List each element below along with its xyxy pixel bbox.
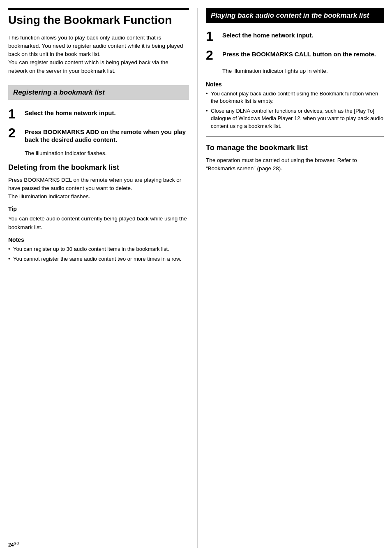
register-section-title: Registering a bookmark list xyxy=(13,88,105,96)
deleting-section-title: Deleting from the bookmark list xyxy=(8,163,189,172)
intro-text: This function allows you to play back on… xyxy=(8,34,189,75)
right-column: Playing back audio content in the bookma… xyxy=(197,8,384,548)
playback-section-title: Playing back audio content in the bookma… xyxy=(211,12,369,19)
playback-step1-number: 1 xyxy=(206,30,218,43)
playback-section-box: Playing back audio content in the bookma… xyxy=(206,8,384,23)
tip-text: You can delete audio content currently b… xyxy=(8,215,189,232)
playback-step2-number: 2 xyxy=(206,49,218,62)
right-note-item-1: You cannot play back audio content using… xyxy=(206,90,384,105)
playback-step2-text: Press the BOOKMARKS CALL button on the r… xyxy=(222,49,376,58)
notes-list-right: You cannot play back audio content using… xyxy=(206,90,384,130)
tip-heading: Tip xyxy=(8,206,189,212)
main-title: Using the Bookmark Function xyxy=(8,13,189,27)
register-step1-text: Select the home network input. xyxy=(25,107,116,117)
manage-body-text: The operation must be carried out using … xyxy=(206,156,384,173)
page-number: 24GB xyxy=(8,541,19,548)
playback-step1-text: Select the home network input. xyxy=(222,30,314,39)
register-step2-description: The illumination indicator flashes. xyxy=(25,150,189,158)
manage-section-title: To manage the bookmark list xyxy=(206,144,384,152)
note-item-2: You cannot register the same audio conte… xyxy=(8,255,189,263)
notes-list-left: You can register up to 30 audio content … xyxy=(8,246,189,263)
register-step2-text: Press BOOKMARKS ADD on the remote when y… xyxy=(25,126,189,144)
notes-heading-right: Notes xyxy=(206,81,384,88)
left-column: Using the Bookmark Function This functio… xyxy=(8,8,197,548)
register-section-box: Registering a bookmark list xyxy=(8,85,189,100)
playback-step1: 1 Select the home network input. xyxy=(206,30,384,43)
register-step1-number: 1 xyxy=(8,107,21,120)
right-note-item-2: Close any DLNA controller functions or d… xyxy=(206,107,384,130)
title-top-bar xyxy=(8,8,189,10)
section-divider xyxy=(206,137,384,137)
notes-heading-left: Notes xyxy=(8,236,189,243)
register-step2-number: 2 xyxy=(8,126,21,139)
register-step2: 2 Press BOOKMARKS ADD on the remote when… xyxy=(8,126,189,144)
deleting-body-text: Press BOOKMARKS DEL on the remote when y… xyxy=(8,176,189,201)
note-item-1: You can register up to 30 audio content … xyxy=(8,246,189,253)
playback-step2: 2 Press the BOOKMARKS CALL button on the… xyxy=(206,49,384,62)
playback-step2-description: The illumination indicator lights up in … xyxy=(222,67,384,75)
register-step1: 1 Select the home network input. xyxy=(8,107,189,120)
